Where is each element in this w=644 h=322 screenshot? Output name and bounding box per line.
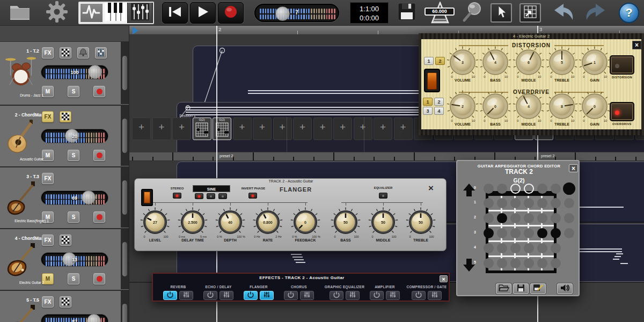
chord-dot-faint[interactable] xyxy=(510,198,521,208)
effect-power-reverb[interactable] xyxy=(163,291,177,300)
chord-dot-faint[interactable] xyxy=(484,184,494,194)
chord-dot-faint[interactable] xyxy=(524,258,534,268)
track-handle[interactable] xyxy=(122,119,127,153)
chord-dot-faint[interactable] xyxy=(510,213,521,223)
edit-chord-button[interactable] xyxy=(530,283,546,294)
chord-dot-faint[interactable] xyxy=(537,213,547,223)
knob-level[interactable]: 270100LEVEL xyxy=(137,206,173,245)
channel-button-2[interactable]: 2 xyxy=(435,57,445,65)
add-chord-cell[interactable]: + xyxy=(313,118,332,140)
save-chord-button[interactable] xyxy=(513,283,529,294)
tab-track-view[interactable] xyxy=(79,3,104,23)
chord-dot-faint[interactable] xyxy=(484,198,494,208)
chord-dot-faint[interactable] xyxy=(537,184,547,194)
close-icon[interactable]: × xyxy=(426,184,436,193)
fx-button[interactable]: FX xyxy=(42,235,54,246)
redo-button[interactable] xyxy=(582,2,609,24)
add-chord-cell[interactable]: + xyxy=(152,118,171,140)
chord-dot-open[interactable] xyxy=(524,184,534,194)
track-volume-slider[interactable]: 87 xyxy=(41,314,108,322)
tab-mixer-view[interactable] xyxy=(128,3,152,23)
chord-dot-faint[interactable] xyxy=(551,184,561,194)
checker-pattern-button[interactable] xyxy=(60,47,71,58)
track-scroll-strip[interactable] xyxy=(121,167,129,228)
knob-delay-time[interactable]: 2.5000 ms5 msDELAY TIME xyxy=(174,206,211,245)
record-arm-button[interactable] xyxy=(93,86,105,97)
knob-middle[interactable]: 6010MIDDLE xyxy=(510,46,547,85)
chord-dot-faint[interactable] xyxy=(510,243,521,253)
chord-dot-faint[interactable] xyxy=(524,198,534,208)
track-volume-slider[interactable]: 20 xyxy=(41,129,108,143)
track-mixer-button[interactable] xyxy=(95,47,107,58)
play-button[interactable] xyxy=(190,2,216,24)
chord-dot-faint[interactable] xyxy=(564,213,574,223)
metronome-button[interactable]: 60.000 xyxy=(426,2,454,24)
skip-to-start-button[interactable] xyxy=(162,2,188,24)
knob-depth[interactable]: 400 %100 %DEPTH xyxy=(212,206,248,245)
add-chord-cell[interactable]: + xyxy=(374,118,392,140)
fx-button[interactable]: FX xyxy=(42,47,54,58)
add-chord-cell[interactable]: + xyxy=(172,118,191,140)
track-row-1[interactable]: 1 - T.2FX100MSDrums - Jazz 1 xyxy=(0,42,129,104)
undo-button[interactable] xyxy=(551,2,577,24)
knob-bass[interactable]: 500100BASS xyxy=(327,206,364,245)
channel-button-4[interactable]: 4 xyxy=(434,107,444,115)
chord-dot-faint[interactable] xyxy=(510,258,521,268)
record-button[interactable] xyxy=(218,2,244,24)
chord-dot-faint[interactable] xyxy=(564,198,574,208)
tab-piano-view[interactable] xyxy=(104,3,128,23)
track-handle[interactable] xyxy=(122,56,127,90)
track-scroll-strip[interactable] xyxy=(121,106,129,166)
chord-dot-faint[interactable] xyxy=(497,184,507,194)
record-arm-button[interactable] xyxy=(93,273,105,284)
track-handle[interactable] xyxy=(122,180,127,215)
zoom-button[interactable] xyxy=(459,2,485,24)
checker-pattern-button[interactable] xyxy=(60,235,71,246)
add-chord-cell[interactable]: + xyxy=(293,118,312,140)
checker-pattern-button[interactable] xyxy=(60,296,71,308)
effect-power-chorus[interactable] xyxy=(284,291,298,300)
add-chord-cell[interactable]: + xyxy=(233,118,252,140)
master-level-slider[interactable]: 7 xyxy=(254,4,339,22)
track-handle[interactable] xyxy=(122,304,127,322)
track-scroll-strip[interactable] xyxy=(121,229,129,289)
track-row-3[interactable]: 3 - T.3FX69MSElectric Bass(finger) 1 xyxy=(0,167,129,228)
chord-dot-black[interactable] xyxy=(563,182,575,195)
chord-dot-black[interactable] xyxy=(537,228,547,238)
chord-dot-faint[interactable] xyxy=(537,198,547,208)
channel-button-2[interactable]: 2 xyxy=(434,98,444,106)
record-arm-button[interactable] xyxy=(93,211,105,223)
chord-dot-black[interactable] xyxy=(484,228,494,238)
knob-treble[interactable]: 5010TREBLE xyxy=(544,46,580,85)
chord-dot-faint[interactable] xyxy=(497,243,507,253)
effect-editor-flanger[interactable] xyxy=(260,291,274,300)
chord-dot-black[interactable] xyxy=(497,213,507,223)
close-icon[interactable]: × xyxy=(632,41,641,49)
fx-button[interactable]: FX xyxy=(42,296,54,308)
track-volume-slider[interactable]: 69 xyxy=(41,191,108,204)
track-row-4[interactable]: 4 - ChordManualFX13MSElectric Guitar 2 xyxy=(0,229,129,289)
chord-dot-faint[interactable] xyxy=(551,243,561,253)
track-handle[interactable] xyxy=(122,242,127,276)
knob-rate[interactable]: 0.8000 Hz2 HzRATE xyxy=(250,206,286,245)
effect-editor-graphic-equalizer[interactable] xyxy=(346,291,360,300)
track-volume-slider[interactable]: 13 xyxy=(41,253,108,266)
track-volume-slider[interactable]: 100 xyxy=(41,65,108,79)
add-chord-cell[interactable]: + xyxy=(253,118,272,140)
close-icon[interactable]: × xyxy=(569,164,578,172)
flanger-power-switch[interactable] xyxy=(141,189,153,206)
close-icon[interactable]: × xyxy=(440,275,448,282)
channel-button-1[interactable]: 1 xyxy=(424,57,434,65)
knob-gain[interactable]: 1010GAIN xyxy=(576,46,613,85)
add-chord-cell[interactable]: + xyxy=(273,118,292,140)
effect-editor-amplifier[interactable] xyxy=(386,291,400,300)
chord-dot-faint[interactable] xyxy=(497,198,507,208)
invert-phase-button[interactable] xyxy=(248,193,257,199)
chord-cell[interactable]: G(2) xyxy=(193,118,211,140)
chord-dot-faint[interactable] xyxy=(497,228,507,238)
track-scroll-strip[interactable] xyxy=(121,42,129,104)
chord-dot-faint[interactable] xyxy=(551,213,561,223)
chord-dot-faint[interactable] xyxy=(551,258,561,268)
knob-bass[interactable]: 4010BASS xyxy=(477,46,514,85)
chord-dot-faint[interactable] xyxy=(551,198,561,208)
